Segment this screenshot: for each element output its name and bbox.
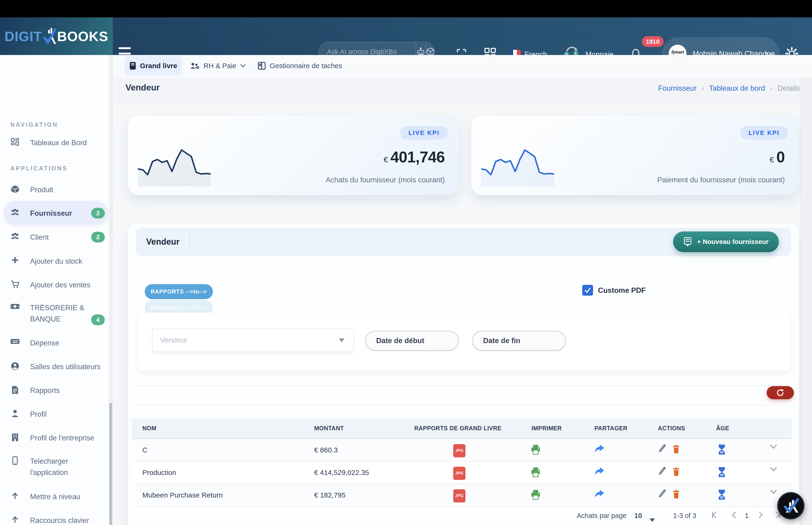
sidebar-scrollbar-thumb[interactable] bbox=[109, 403, 112, 525]
breadcrumb-fournisseur[interactable]: Fournisseur bbox=[658, 84, 696, 93]
nouveau-fournisseur-button[interactable]: + Nouveau fournisseur bbox=[673, 231, 779, 252]
tab-grand-livre[interactable]: Grand livre bbox=[124, 56, 182, 76]
sidebar-heading-applications: APPLICATIONS bbox=[10, 165, 68, 172]
range-label: 1-3 of 3 bbox=[673, 512, 696, 520]
breadcrumb-details: Details bbox=[778, 84, 800, 93]
table-row[interactable]: C € 860.3 JPG bbox=[132, 439, 792, 462]
package-icon bbox=[0, 184, 30, 194]
row-expand-chevron-icon[interactable] bbox=[770, 489, 777, 494]
sidebar-item-mettre-a-niveau[interactable]: Mettre à niveau bbox=[0, 491, 111, 502]
panel-title-divider bbox=[189, 234, 190, 250]
breadcrumb-tableaux[interactable]: Tableaux de bord bbox=[709, 84, 765, 93]
row-expand-chevron-icon[interactable] bbox=[770, 467, 777, 472]
print-icon[interactable] bbox=[530, 444, 541, 455]
floating-brand-button[interactable] bbox=[777, 492, 805, 519]
sidebar-item-profil-entreprise[interactable]: Profil de l'entreprise bbox=[0, 432, 111, 444]
users-group-icon bbox=[0, 232, 30, 240]
tab-rh-paie-label: RH & Paie bbox=[203, 62, 236, 70]
sidebar-item-depense[interactable]: $ Dépense bbox=[0, 338, 111, 349]
first-page-icon[interactable] bbox=[711, 511, 719, 521]
cart-icon bbox=[0, 280, 30, 288]
sidebar-item-raccourcis-clavier[interactable]: Raccourcis clavier bbox=[0, 515, 111, 525]
per-page-value[interactable]: 10 bbox=[634, 512, 642, 520]
kpi-card-achats: LIVE KPI € 401,746 Achats du fournisseur… bbox=[128, 116, 459, 195]
table-header-row: NOM MONTANT RAPPORTS DE GRAND LIVRE IMPR… bbox=[132, 419, 792, 439]
sidebar-item-tableaux-de-bord[interactable]: Tableaux de Bord bbox=[0, 137, 111, 149]
next-page-icon[interactable] bbox=[756, 511, 765, 521]
age-hourglass-icon[interactable] bbox=[717, 467, 726, 478]
jpg-report-icon[interactable]: JPG bbox=[453, 444, 465, 457]
table-row[interactable]: Production € 414,529,022.35 JPG bbox=[132, 462, 792, 484]
fournisseur-count-badge: 2 bbox=[91, 208, 105, 219]
money-check-icon: $ bbox=[0, 338, 30, 345]
row-expand-chevron-icon[interactable] bbox=[770, 444, 777, 449]
delete-trash-icon[interactable] bbox=[672, 489, 680, 499]
sidebar-item-produit[interactable]: Produit bbox=[0, 184, 111, 196]
task-board-icon bbox=[258, 62, 266, 70]
building-icon bbox=[0, 432, 30, 442]
kpi-value: € 0 bbox=[769, 148, 785, 166]
delete-trash-icon[interactable] bbox=[672, 467, 680, 477]
jpg-report-icon[interactable]: JPG bbox=[453, 489, 465, 502]
kpi-sparkline bbox=[481, 144, 554, 188]
sidebar-item-rapports[interactable]: Rapports bbox=[0, 385, 111, 396]
sidebar-item-ajouter-des-ventes[interactable]: Ajouter des ventes bbox=[0, 280, 111, 291]
kpi-label: Achats du fournisseur (mois courant) bbox=[326, 176, 445, 184]
tab-grand-livre-label: Grand livre bbox=[140, 62, 177, 70]
letterbox-top bbox=[0, 0, 812, 17]
age-hourglass-icon[interactable] bbox=[717, 444, 726, 455]
col-actions: ACTIONS bbox=[658, 425, 685, 432]
tab-chevron-down-icon bbox=[240, 64, 246, 68]
kpi-value: € 401,746 bbox=[384, 148, 445, 166]
custom-pdf-label[interactable]: Custome PDF bbox=[598, 286, 646, 295]
avatar-brand-line1: Smart bbox=[671, 50, 684, 54]
divider bbox=[132, 405, 787, 405]
hr-people-gear-icon bbox=[190, 62, 200, 70]
per-page-label: Achats par page bbox=[577, 512, 626, 520]
print-icon[interactable] bbox=[530, 489, 541, 500]
row-amount: € 182,795 bbox=[314, 491, 346, 499]
edit-pencil-icon[interactable] bbox=[657, 467, 666, 476]
custom-pdf-checkbox[interactable] bbox=[582, 285, 593, 296]
reports-range-pill[interactable]: RAPPORTS -->to--> bbox=[145, 284, 213, 299]
vendeur-panel: Vendeur + Nouveau fournisseur RAPPORTS -… bbox=[128, 224, 799, 525]
tab-rh-paie[interactable]: RH & Paie bbox=[190, 56, 246, 76]
share-icon[interactable] bbox=[594, 444, 605, 453]
delete-trash-icon[interactable] bbox=[672, 444, 680, 454]
kpi-number: 401,746 bbox=[390, 148, 445, 166]
notification-count-badge[interactable]: 1910 bbox=[642, 36, 663, 47]
sidebar-item-salles-des-utilisateurs[interactable]: Salles des utilisateurs bbox=[0, 361, 111, 373]
kpi-label: Paiement du fournisseur (mois courant) bbox=[657, 176, 785, 184]
print-icon[interactable] bbox=[530, 467, 541, 478]
table-row[interactable]: Mubeen Purchase Return € 182,795 JPG bbox=[132, 484, 792, 507]
arrow-up-icon bbox=[0, 491, 30, 500]
date-debut-button[interactable]: Date de début bbox=[365, 331, 459, 351]
jpg-report-icon[interactable]: JPG bbox=[453, 467, 465, 480]
sidebar-item-profil[interactable]: Profil bbox=[0, 409, 111, 420]
vendor-select[interactable]: Vendeur bbox=[152, 329, 354, 352]
current-page[interactable]: 1 bbox=[745, 512, 749, 520]
age-hourglass-icon[interactable] bbox=[717, 489, 726, 500]
arrow-up-icon bbox=[0, 515, 30, 523]
tab-gestionnaire-taches[interactable]: Gestionnaire de taches bbox=[258, 56, 342, 76]
tresorerie-count-badge: 4 bbox=[91, 314, 105, 325]
app-logo[interactable]: DIGIT BOOKS bbox=[0, 17, 113, 55]
breadcrumb-separator: › bbox=[702, 85, 704, 92]
share-icon[interactable] bbox=[594, 489, 605, 499]
kpi-card-paiement: LIVE KPI € 0 Paiement du fournisseur (mo… bbox=[471, 116, 799, 195]
date-fin-button[interactable]: Date de fin bbox=[472, 331, 566, 351]
sidebar-item-telecharger-application[interactable]: Telecharger l'application bbox=[0, 456, 111, 478]
invoice-plus-icon bbox=[684, 237, 692, 246]
edit-pencil-icon[interactable] bbox=[657, 489, 666, 499]
sidebar-item-ajouter-du-stock[interactable]: Ajouter du stock bbox=[0, 256, 111, 267]
pagination-bar: Achats par page 10 1-3 of 3 1 bbox=[132, 508, 792, 525]
nouveau-fournisseur-label: + Nouveau fournisseur bbox=[697, 238, 768, 245]
edit-pencil-icon[interactable] bbox=[657, 444, 666, 453]
share-icon[interactable] bbox=[594, 467, 605, 476]
refresh-button[interactable] bbox=[767, 386, 794, 399]
kpi-currency: € bbox=[384, 155, 388, 164]
prev-page-icon[interactable] bbox=[730, 511, 738, 521]
page-title: Vendeur bbox=[125, 83, 160, 93]
logo-text-books: BOOKS bbox=[57, 28, 108, 44]
document-icon bbox=[0, 385, 30, 394]
